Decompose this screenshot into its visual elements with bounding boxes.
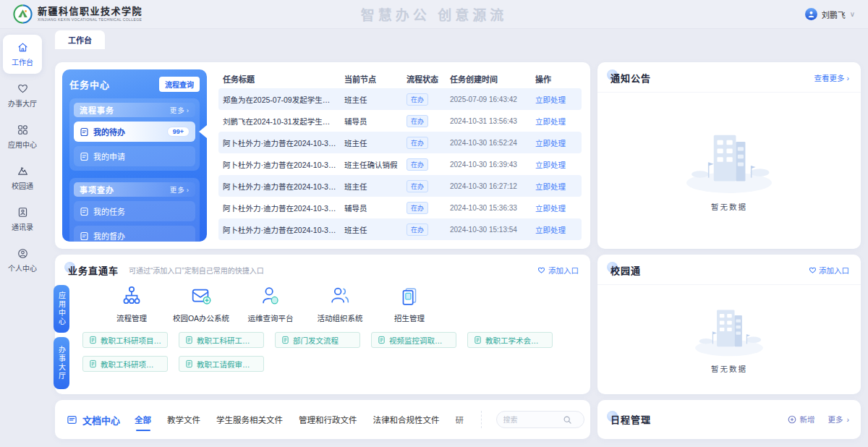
status-badge: 在办 [407,93,428,106]
sidebar-item-label: 办事大厅 [8,98,37,108]
search-input[interactable] [503,416,560,424]
quick-links: 教职工科研项目… 教职工科研工… 部门发文流程 视频监控调取… 教职工学术会… … [55,323,561,372]
school-name: 新疆科信职业技术学院 [38,7,142,16]
selected-item-notch [199,125,207,138]
doc-tab-admin[interactable]: 管理和行政文件 [299,414,357,425]
apps-grid-icon [17,124,29,136]
app-shortcuts: 流程管理 校园OA办公系统 运维查询平台 [55,278,590,323]
quick-link[interactable]: 视频监控调取… [371,332,456,348]
sidebar-item-label: 应用中心 [8,139,37,150]
section-title: 流程事务 [80,104,114,116]
doc-tab-student-services[interactable]: 学生服务相关文件 [216,414,283,425]
table-row[interactable]: 阿卜杜外力·迪力普在2024-10-30发起学生请假审批 班主任 在办 2024… [218,132,582,153]
empty-building-illustration [681,292,778,360]
empty-text: 暂无数据 [711,201,747,212]
doc-center-icon [67,414,77,425]
add-entry-link[interactable]: 添加入口 [537,265,579,276]
app-activity-org[interactable]: 活动组织系统 [305,284,375,323]
doc-tab-legal[interactable]: 法律和合规性文件 [373,414,440,425]
handle-now-link[interactable]: 立即处理 [535,224,577,235]
quick-link[interactable]: 教职工学术会… [467,332,553,348]
quick-link[interactable]: 教职工科研工… [179,332,264,348]
notice-panel: 通知公告 查看更多› [597,62,861,249]
doc-center-card: 文档中心 全部 教学文件 学生服务相关文件 管理和行政文件 法律和合规性文件 研 [55,400,590,439]
quick-link[interactable]: 教职工请假审… [179,356,264,372]
user-menu[interactable]: 刘鹏飞 ∨ [805,8,855,20]
handle-now-link[interactable]: 立即处理 [535,203,577,213]
sidebar-item-personal[interactable]: 个人中心 [3,241,42,280]
handle-now-link[interactable]: 立即处理 [535,159,577,170]
doc-tab-all[interactable]: 全部 [135,414,151,425]
org-chart-icon [119,284,145,309]
sidebar-item-workbench[interactable]: 工作台 [3,35,42,74]
ribbon-service-hall[interactable]: 办事大厅 [54,337,69,389]
add-entry-link[interactable]: 添加入口 [809,265,849,276]
app-admissions[interactable]: 招生管理 [375,284,444,323]
status-badge: 在办 [407,224,428,236]
ribbon-app-center[interactable]: 应用中心 [54,285,69,333]
doc-icon [185,359,193,368]
page-slogan: 智慧办公 创意源流 [361,4,507,24]
person-circle-icon [17,247,29,260]
table-row[interactable]: 阿卜杜外力·迪力普在2024-10-30发起学生请假审批 辅导员 在办 2024… [218,197,582,218]
smart-office-portal: 新疆科信职业技术学院 XINJIANG KEXIN VOCATIONAL TEC… [0,0,868,447]
person-query-icon [258,284,284,309]
chevron-right-icon: › [187,106,190,114]
quick-link[interactable]: 教职工科研项目… [82,332,168,348]
circle-plus-icon[interactable] [788,415,796,424]
schedule-panel: 日程管理 新增 更多 › [597,400,861,439]
table-row[interactable]: 阿卜杜外力·迪力普在2024-10-30发起学生请假审批 班主任确认销假 在办 … [218,153,582,175]
my-applications-item[interactable]: 我的申请 [74,146,195,166]
more-link[interactable]: 更多› [170,184,190,195]
table-row[interactable]: 阿卜杜外力·迪力普在2024-10-30发起学生请假审批 班主任 在办 2024… [218,175,582,197]
my-tasks-item[interactable]: 我的任务 [74,201,195,221]
divider [481,411,482,428]
add-schedule-button[interactable]: 新增 [800,414,815,425]
sidebar-item-app-center[interactable]: 应用中心 [3,117,42,156]
handle-now-link[interactable]: 立即处理 [535,181,577,192]
sidebar-item-service-hall[interactable]: 办事大厅 [3,76,42,115]
sidebar-item-contacts[interactable]: 通讯录 [3,200,42,239]
handle-now-link[interactable]: 立即处理 [535,137,577,148]
doc-icon [474,336,482,344]
status-badge: 在办 [407,137,428,149]
app-campus-oa[interactable]: 校园OA办公系统 [166,284,236,323]
app-ops-query[interactable]: 运维查询平台 [236,284,305,323]
tab-bar: 工作台 [55,29,861,49]
table-row[interactable]: 刘鹏飞在2024-10-31发起学生请假审批 辅导员 在办 2024-10-31… [218,110,582,132]
section-title: 事项查办 [80,184,114,195]
home-icon [17,41,29,54]
quick-link[interactable]: 部门发文流程 [275,332,360,348]
view-more-link[interactable]: 查看更多› [814,72,850,83]
app-process-management[interactable]: 流程管理 [97,284,166,323]
heart-icon [809,266,817,274]
empty-text: 暂无数据 [711,363,747,374]
sidebar-item-label: 校园通 [12,180,33,191]
doc-icon [89,359,97,368]
process-query-button[interactable]: 流程查询 [159,77,200,92]
quick-link[interactable]: 教职工科研项… [82,356,168,372]
sidebar-item-label: 通讯录 [12,221,33,232]
school-logo-icon [13,4,33,24]
handle-now-link[interactable]: 立即处理 [535,94,577,105]
business-express-title: 业务直通车 [68,265,119,276]
more-link[interactable]: 更多› [170,105,190,115]
doc-search [496,411,584,428]
todo-doc-icon [80,127,89,137]
task-list-icon [80,207,89,216]
heart-badge-icon [17,82,29,95]
my-supervision-item[interactable]: 我的督办 [74,226,195,246]
my-todo-item[interactable]: 我的待办 99+ [74,122,195,142]
empty-building-illustration [668,113,790,198]
doc-tabs: 全部 教学文件 学生服务相关文件 管理和行政文件 法律和合规性文件 研 [135,414,467,425]
handle-now-link[interactable]: 立即处理 [535,116,577,127]
task-table-header: 任务标题当前节点流程状态任务创建时间操作 [218,69,582,88]
sidebar-item-campus[interactable]: 校园通 [3,158,42,197]
table-row[interactable]: 阿卜杜外力·迪力普在2024-10-30发起学生请假审批 班主任 在办 2024… [218,218,582,240]
doc-tab-teaching[interactable]: 教学文件 [167,414,200,425]
schedule-more-link[interactable]: 更多 [828,414,843,425]
search-icon[interactable] [563,415,572,425]
table-row[interactable]: 郑鱼为在2025-07-09发起学生请假审批 班主任 在办 2025-07-09… [218,88,582,110]
doc-tab-research-truncated[interactable]: 研 [456,414,467,425]
tab-workbench[interactable]: 工作台 [55,30,105,49]
